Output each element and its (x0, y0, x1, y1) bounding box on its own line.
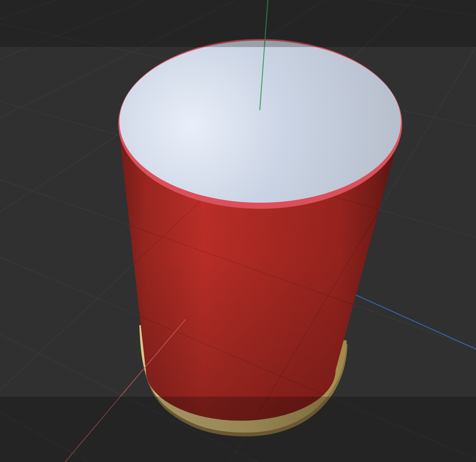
viewport-canvas[interactable] (0, 0, 476, 462)
cylinder-top-face[interactable] (119, 41, 401, 203)
3d-viewport[interactable] (0, 0, 476, 462)
passepartout-bottom-band (0, 397, 476, 462)
passepartout-top-band (0, 0, 476, 47)
